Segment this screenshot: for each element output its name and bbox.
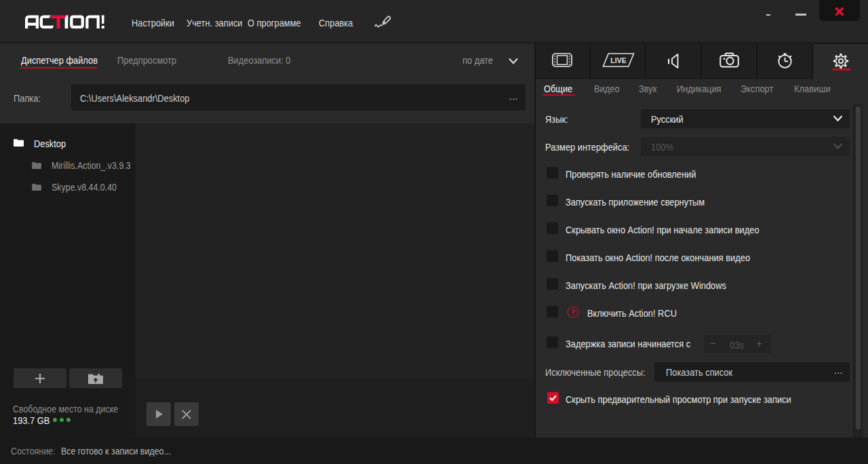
svg-text:LIVE: LIVE xyxy=(610,56,626,64)
svg-text:?: ? xyxy=(571,308,576,316)
